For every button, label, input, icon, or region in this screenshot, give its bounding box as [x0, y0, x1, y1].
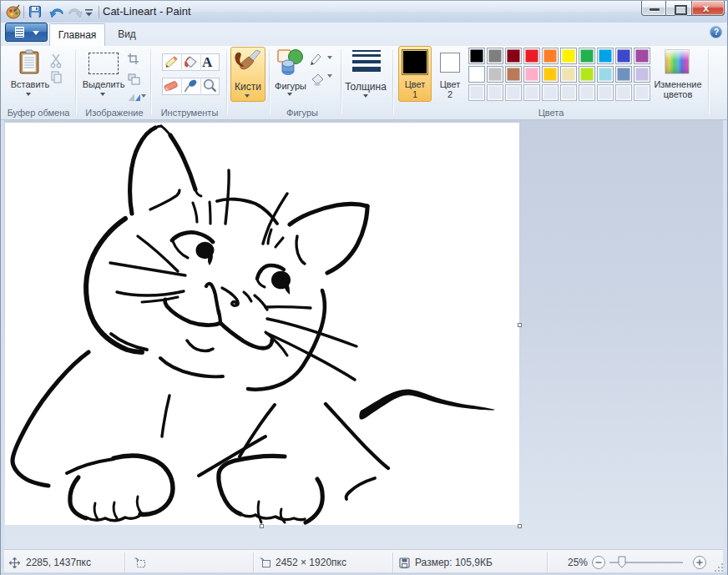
svg-text:A: A	[202, 54, 213, 70]
